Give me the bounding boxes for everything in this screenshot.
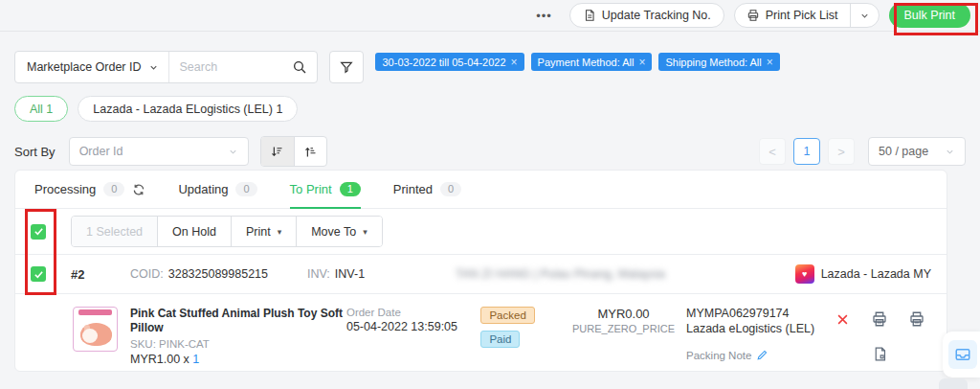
top-action-bar: ••• Update Tracking No. Print Pick List … — [0, 0, 980, 32]
more-actions-icon[interactable]: ••• — [536, 9, 552, 23]
order-date-label: Order Date — [346, 307, 481, 318]
tab-count-badge: 0 — [440, 182, 461, 196]
orders-card: Processing 0 Updating 0 To Print 1 Print… — [14, 170, 947, 372]
bulk-toolbar: 1 Selected On Hold Print ▾ Move To ▾ — [15, 209, 947, 254]
lazada-logo-icon: ♥ — [795, 264, 814, 284]
scroll-to-top-button[interactable] — [939, 378, 968, 389]
close-icon[interactable]: × — [767, 57, 773, 68]
inv-label: INV: — [307, 267, 330, 281]
sort-by-label: Sort By — [14, 145, 56, 159]
printer-icon — [746, 9, 760, 22]
page-size-value: 50 / page — [879, 145, 928, 158]
store-pill-all[interactable]: All 1 — [14, 96, 68, 122]
tab-label: Updating — [178, 182, 228, 196]
order-header-row: #2 COID: 328325089985215 INV: INV-1 TAN … — [15, 254, 947, 294]
update-tracking-button[interactable]: Update Tracking No. — [569, 3, 724, 28]
inbox-icon — [954, 346, 971, 363]
tab-updating[interactable]: Updating 0 — [178, 171, 256, 208]
close-icon[interactable]: × — [511, 57, 518, 68]
packing-note-label: Packing Note — [686, 350, 751, 361]
price-value: MYR1.00 x — [130, 353, 192, 366]
sort-ascending-icon — [303, 145, 318, 159]
packing-note-row: Packing Note — [686, 349, 830, 361]
customer-name-address-masked: TAN ZI HANG | Pulau Pinang, Malaysia — [456, 267, 795, 281]
select-all-checkbox[interactable] — [31, 224, 46, 240]
order-amount: MYR0.00 — [561, 307, 686, 321]
store-pill-lazada-lel[interactable]: Lazada - Lazada ELogistics (LEL) 1 — [78, 96, 298, 122]
tab-printed[interactable]: Printed 0 — [393, 171, 461, 208]
store-name: Lazada - Lazada MY — [821, 267, 931, 281]
close-icon[interactable]: × — [638, 57, 645, 68]
print-pick-list-group: Print Pick List — [734, 3, 880, 28]
sort-ascending-button[interactable] — [294, 137, 326, 166]
product-price: MYR1.00 x 1 — [130, 353, 346, 366]
tab-processing[interactable]: Processing 0 — [34, 171, 145, 208]
inv-value: INV-1 — [335, 267, 365, 281]
search-icon[interactable] — [282, 52, 317, 82]
order-row-checkbox[interactable] — [31, 266, 46, 282]
sort-descending-button[interactable] — [261, 137, 294, 166]
status-tabs: Processing 0 Updating 0 To Print 1 Print… — [15, 171, 947, 209]
tracking-number: MYMPA062979174 — [686, 307, 830, 320]
search-input[interactable] — [169, 60, 282, 74]
current-page-button[interactable]: 1 — [793, 138, 820, 165]
search-type-select[interactable]: Marketplace Order ID — [15, 52, 169, 82]
filter-tag-shipping-method: Shipping Method: All × — [658, 53, 779, 71]
edit-pencil-icon[interactable] — [756, 349, 768, 361]
spacer — [830, 341, 855, 366]
bulk-print-button[interactable]: Bulk Print — [889, 3, 971, 28]
product-title: Pink Cat Stuffed Animal Plush Toy Soft P… — [130, 307, 346, 335]
chevron-down-icon — [228, 147, 238, 157]
sort-field-select[interactable]: Order Id — [69, 137, 249, 166]
search-type-label: Marketplace Order ID — [27, 60, 141, 74]
tab-to-print[interactable]: To Print 1 — [290, 172, 361, 209]
cancel-x-icon[interactable] — [830, 307, 855, 332]
print-pick-list-dropdown[interactable] — [850, 4, 879, 27]
product-info: Pink Cat Stuffed Animal Plush Toy Soft P… — [130, 307, 346, 366]
inbox-chat-button[interactable] — [948, 340, 977, 369]
search-combo: Marketplace Order ID — [14, 51, 318, 83]
tracking-cell: MYMPA062979174 Lazada eLogistics (LEL) P… — [686, 307, 830, 366]
document-file-icon[interactable] — [867, 341, 892, 366]
filter-tag-label: Payment Method: All — [538, 57, 635, 68]
paid-badge: Paid — [480, 331, 520, 348]
page-size-select[interactable]: 50 / page — [868, 137, 966, 166]
order-management-page: ••• Update Tracking No. Print Pick List … — [0, 0, 980, 389]
sort-field-value: Order Id — [79, 145, 123, 158]
prev-page-button[interactable]: < — [759, 138, 786, 165]
move-to-label: Move To — [311, 225, 356, 239]
next-page-button[interactable]: > — [828, 138, 855, 165]
print-dropdown-button[interactable]: Print ▾ — [231, 217, 296, 246]
coid-value: 328325089985215 — [168, 267, 268, 281]
coid-label: COID: — [130, 267, 164, 281]
chevron-down-icon — [148, 62, 159, 73]
order-date-value: 05-04-2022 13:59:05 — [346, 320, 481, 333]
pagination: < 1 > 50 / page — [759, 137, 966, 166]
filter-tag-label: Shipping Method: All — [665, 57, 761, 68]
document-icon — [583, 9, 596, 22]
print-pick-list-button[interactable]: Print Pick List — [735, 4, 850, 27]
store-filter-row: All 1 Lazada - Lazada ELogistics (LEL) 1 — [14, 96, 298, 122]
packed-badge: Packed — [480, 307, 534, 324]
status-badges: Packed Paid — [480, 307, 561, 366]
on-hold-button[interactable]: On Hold — [157, 217, 231, 246]
filter-funnel-button[interactable] — [329, 51, 364, 83]
product-image[interactable] — [73, 307, 118, 352]
print-label: Print — [246, 225, 271, 239]
filter-tag-label: 30-03-2022 till 05-04-2022 — [382, 57, 505, 68]
caret-down-icon: ▾ — [363, 227, 368, 237]
order-row-number: #2 — [71, 267, 130, 282]
sort-row: Sort By Order Id < 1 > 50 / — [14, 137, 966, 166]
quantity-value: 1 — [192, 353, 199, 366]
order-amount-cell: MYR0.00 PURE_ZERO_PRICE — [561, 307, 686, 366]
print-pick-list-label: Print Pick List — [766, 9, 838, 22]
order-invoice: INV: INV-1 — [307, 267, 427, 281]
filter-tag-date-range: 30-03-2022 till 05-04-2022 × — [375, 53, 523, 71]
print-awb-icon[interactable] — [867, 307, 892, 332]
caret-down-icon: ▾ — [278, 227, 282, 237]
move-to-dropdown-button[interactable]: Move To ▾ — [296, 217, 382, 246]
refresh-icon[interactable] — [132, 183, 145, 196]
sort-direction-group — [260, 136, 327, 167]
print-invoice-icon[interactable] — [904, 307, 929, 332]
order-date-cell: Order Date 05-04-2022 13:59:05 — [346, 307, 481, 366]
